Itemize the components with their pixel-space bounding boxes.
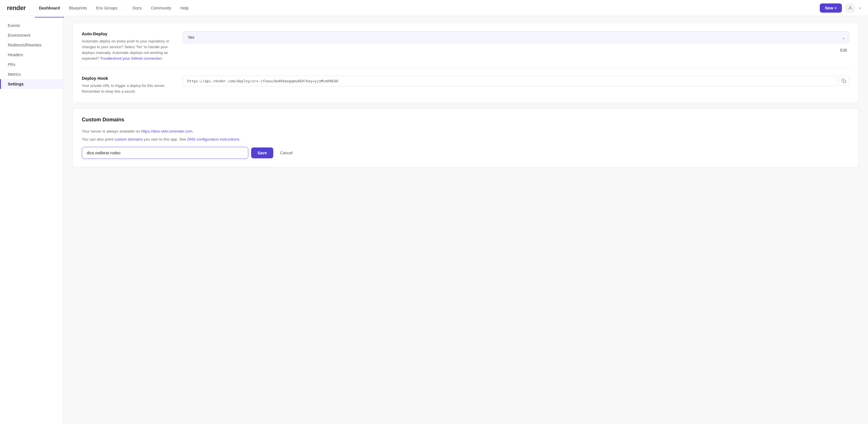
custom-domains-card: Custom Domains Your server is always ava… <box>72 108 859 167</box>
deployhook-description: Your private URL to trigger a deploy for… <box>82 83 174 94</box>
user-dropdown-arrow[interactable]: ∨ <box>859 6 861 10</box>
custom-domains-title: Custom Domains <box>82 117 849 123</box>
sidebar-item-events[interactable]: Events <box>0 21 63 30</box>
deployhook-control-col <box>183 76 849 86</box>
autodeploy-troubleshoot-link[interactable]: Troubleshoot your GitHub connection. <box>100 56 162 61</box>
topnav-link-dashboard[interactable]: Dashboard <box>35 3 64 12</box>
topnav-link-docs[interactable]: Docs <box>129 3 146 12</box>
sidebar-item-environment[interactable]: Environment <box>0 30 63 40</box>
save-button[interactable]: Save <box>251 148 273 158</box>
topnav: render Dashboard Blueprints Env Groups D… <box>0 0 868 16</box>
sidebar-item-redirects-rewrites[interactable]: Redirects/Rewrites <box>0 40 63 50</box>
copy-icon <box>842 78 846 83</box>
deployhook-url-input[interactable] <box>183 76 836 86</box>
new-button[interactable]: New + <box>820 3 842 12</box>
sidebar: Events Environment Redirects/Rewrites He… <box>0 16 63 424</box>
dns-instructions-link[interactable]: DNS configuration instructions <box>187 137 239 141</box>
topnav-right: New + ∨ <box>820 3 861 13</box>
topnav-link-envgroups[interactable]: Env Groups <box>92 3 121 12</box>
deployhook-input-row <box>183 76 849 86</box>
autodeploy-title: Auto-Deploy <box>82 31 174 36</box>
sidebar-item-prs[interactable]: PRs <box>0 60 63 69</box>
topnav-link-community[interactable]: Community <box>147 3 175 12</box>
sidebar-item-headers[interactable]: Headers <box>0 50 63 60</box>
autodeploy-select[interactable]: Yes No <box>183 31 849 43</box>
topnav-links: Dashboard Blueprints Env Groups Docs Com… <box>35 3 820 12</box>
sidebar-item-metrics[interactable]: Metrics <box>0 69 63 79</box>
autodeploy-control-col: Yes No ⌄ Edit <box>183 31 849 54</box>
autodeploy-label-col: Auto-Deploy Automatic deploy on every pu… <box>82 31 174 62</box>
topnav-link-blueprints[interactable]: Blueprints <box>65 3 91 12</box>
main-content: Auto-Deploy Automatic deploy on every pu… <box>63 16 868 424</box>
custom-domains-info-line2: You can also point custom domains you ow… <box>82 136 849 142</box>
user-avatar-button[interactable] <box>845 3 855 13</box>
sidebar-item-settings[interactable]: Settings <box>0 79 63 89</box>
cancel-button[interactable]: Cancel <box>276 148 297 158</box>
autodeploy-select-wrapper: Yes No ⌄ <box>183 31 849 43</box>
autodeploy-section: Auto-Deploy Automatic deploy on every pu… <box>82 31 849 62</box>
custom-domains-info-line1: Your server is always available on https… <box>82 129 849 134</box>
render-domain-link[interactable]: https://dice-vkfv.onrender.com <box>141 129 193 133</box>
topnav-link-help[interactable]: Help <box>177 3 193 12</box>
custom-domain-input[interactable] <box>82 147 248 159</box>
autodeploy-description: Automatic deploy on every push to your r… <box>82 38 174 62</box>
layout: Events Environment Redirects/Rewrites He… <box>0 16 868 424</box>
deployhook-title: Deploy Hook <box>82 76 174 80</box>
autodeploy-edit-link: Edit <box>183 47 849 54</box>
custom-domains-link[interactable]: custom domains <box>115 137 143 141</box>
svg-point-0 <box>849 6 851 8</box>
svg-rect-1 <box>843 80 846 83</box>
brand-logo: render <box>7 4 26 12</box>
autodeploy-edit-button[interactable]: Edit <box>838 47 849 54</box>
deployhook-label-col: Deploy Hook Your private URL to trigger … <box>82 76 174 94</box>
deployhook-copy-button[interactable] <box>838 76 849 86</box>
deployhook-section: Deploy Hook Your private URL to trigger … <box>82 76 849 94</box>
autodeploy-card: Auto-Deploy Automatic deploy on every pu… <box>72 23 859 103</box>
custom-domain-input-row: Save Cancel <box>82 147 849 159</box>
